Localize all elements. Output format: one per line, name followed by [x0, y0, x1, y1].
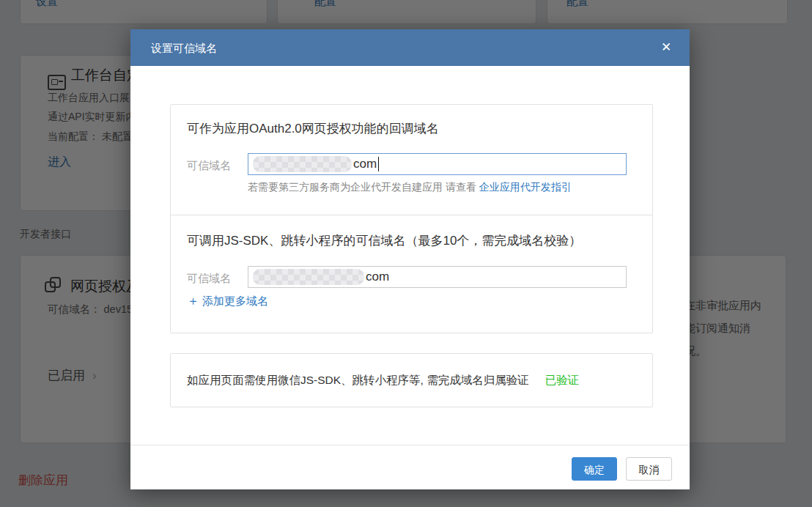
text-caret [378, 157, 379, 171]
oauth-domain-input[interactable]: com [248, 153, 627, 175]
jssdk-section-title: 可调用JS-SDK、跳转小程序的可信域名（最多10个，需完成域名校验） [187, 232, 581, 249]
cancel-button[interactable]: 取消 [626, 457, 672, 481]
plus-icon: ＋ [187, 294, 199, 308]
modal-header: 设置可信域名 ✕ [130, 29, 690, 66]
dev-guide-link[interactable]: 企业应用代开发指引 [479, 181, 572, 193]
verify-text: 如应用页面需使用微信JS-SDK、跳转小程序等, 需完成域名归属验证已验证 [187, 373, 579, 388]
jssdk-domain-input[interactable]: com [248, 266, 627, 288]
oauth-domain-label: 可信域名 [187, 159, 231, 173]
trusted-domain-modal: 设置可信域名 ✕ 可作为应用OAuth2.0网页授权功能的回调域名 可信域名 c… [130, 29, 690, 489]
domain-settings-box: 可作为应用OAuth2.0网页授权功能的回调域名 可信域名 com 若需要第三方… [170, 104, 653, 333]
oauth-helper-text: 若需要第三方服务商为企业代开发自建应用 请查看 企业应用代开发指引 [248, 181, 572, 194]
modal-title: 设置可信域名 [151, 42, 217, 56]
domain-verify-box: 如应用页面需使用微信JS-SDK、跳转小程序等, 需完成域名归属验证已验证 [170, 353, 653, 407]
masked-domain-blur [253, 269, 364, 285]
add-more-domains-link[interactable]: ＋添加更多域名 [187, 292, 268, 309]
section-divider [171, 215, 652, 215]
masked-domain-blur [253, 156, 352, 172]
oauth-section-title: 可作为应用OAuth2.0网页授权功能的回调域名 [187, 120, 439, 137]
confirm-button[interactable]: 确定 [572, 457, 617, 481]
oauth-domain-value-suffix: com [353, 157, 377, 171]
jssdk-domain-value-suffix: com [366, 270, 389, 284]
close-icon[interactable]: ✕ [657, 39, 675, 56]
verified-status-link[interactable]: 已验证 [545, 374, 580, 386]
jssdk-domain-label: 可信域名 [187, 272, 231, 286]
footer-divider [130, 445, 690, 445]
